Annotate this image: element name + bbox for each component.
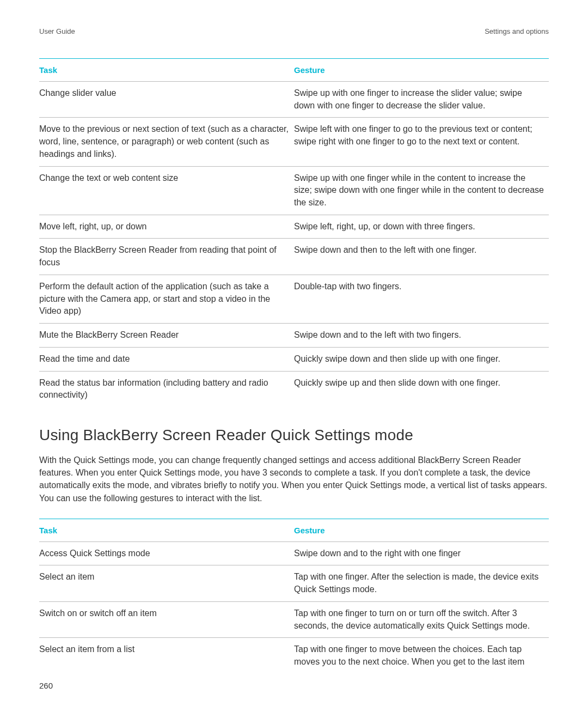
table-row: Read the time and date Quickly swipe dow… bbox=[39, 347, 549, 371]
task-cell: Perform the default action of the applic… bbox=[39, 275, 294, 323]
table-row: Access Quick Settings mode Swipe down an… bbox=[39, 541, 549, 565]
table-row: Move left, right, up, or down Swipe left… bbox=[39, 215, 549, 239]
gesture-cell: Swipe down and to the left with two fing… bbox=[294, 324, 549, 348]
gesture-cell: Tap with one finger to move between the … bbox=[294, 638, 549, 674]
task-cell: Stop the BlackBerry Screen Reader from r… bbox=[39, 239, 294, 275]
gesture-cell: Swipe up with one finger while in the co… bbox=[294, 166, 549, 215]
table-row: Perform the default action of the applic… bbox=[39, 275, 549, 323]
gesture-cell: Tap with one finger. After the selection… bbox=[294, 565, 549, 601]
task-cell: Read the time and date bbox=[39, 347, 294, 371]
task-cell: Mute the BlackBerry Screen Reader bbox=[39, 324, 294, 348]
table1-header-gesture: Gesture bbox=[294, 59, 549, 82]
header-right: Settings and options bbox=[485, 27, 549, 35]
table-row: Change the text or web content size Swip… bbox=[39, 166, 549, 215]
table1-header-task: Task bbox=[39, 59, 294, 82]
task-cell: Read the status bar information (includi… bbox=[39, 371, 294, 407]
table-row: Select an item from a list Tap with one … bbox=[39, 638, 549, 674]
task-cell: Select an item bbox=[39, 565, 294, 601]
task-cell: Select an item from a list bbox=[39, 638, 294, 674]
table2-header-gesture: Gesture bbox=[294, 519, 549, 541]
section-heading: Using BlackBerry Screen Reader Quick Set… bbox=[39, 427, 549, 444]
page-number: 260 bbox=[39, 681, 53, 690]
table-row: Move to the previous or next section of … bbox=[39, 118, 549, 166]
table-row: Change slider value Swipe up with one fi… bbox=[39, 82, 549, 118]
gesture-cell: Double-tap with two fingers. bbox=[294, 275, 549, 323]
table-row: Select an item Tap with one finger. Afte… bbox=[39, 565, 549, 601]
gesture-cell: Swipe left with one finger to go to the … bbox=[294, 118, 549, 166]
task-cell: Change the text or web content size bbox=[39, 166, 294, 215]
header-left: User Guide bbox=[39, 27, 75, 35]
task-cell: Move left, right, up, or down bbox=[39, 215, 294, 239]
gesture-cell: Swipe down and to the right with one fin… bbox=[294, 541, 549, 565]
table-row: Stop the BlackBerry Screen Reader from r… bbox=[39, 239, 549, 275]
gesture-cell: Quickly swipe down and then slide up wit… bbox=[294, 347, 549, 371]
page-header: User Guide Settings and options bbox=[39, 27, 549, 35]
gesture-table-2: Task Gesture Access Quick Settings mode … bbox=[39, 519, 549, 674]
gesture-cell: Swipe left, right, up, or down with thre… bbox=[294, 215, 549, 239]
gesture-cell: Swipe down and then to the left with one… bbox=[294, 239, 549, 275]
table-row: Read the status bar information (includi… bbox=[39, 371, 549, 407]
gesture-cell: Swipe up with one finger to increase the… bbox=[294, 82, 549, 118]
task-cell: Change slider value bbox=[39, 82, 294, 118]
task-cell: Access Quick Settings mode bbox=[39, 541, 294, 565]
table-row: Mute the BlackBerry Screen Reader Swipe … bbox=[39, 324, 549, 348]
gesture-cell: Tap with one finger to turn on or turn o… bbox=[294, 601, 549, 637]
task-cell: Switch on or switch off an item bbox=[39, 601, 294, 637]
task-cell: Move to the previous or next section of … bbox=[39, 118, 294, 166]
gesture-table-1: Task Gesture Change slider value Swipe u… bbox=[39, 58, 549, 407]
section-paragraph: With the Quick Settings mode, you can ch… bbox=[39, 454, 549, 504]
table-row: Switch on or switch off an item Tap with… bbox=[39, 601, 549, 637]
gesture-cell: Quickly swipe up and then slide down wit… bbox=[294, 371, 549, 407]
table2-header-task: Task bbox=[39, 519, 294, 541]
